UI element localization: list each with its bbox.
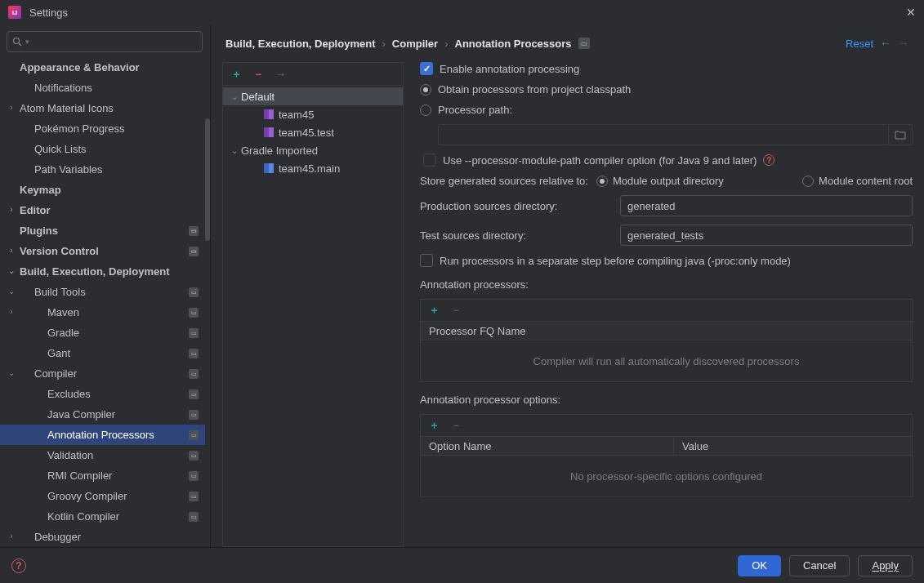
opt-add-button[interactable]: ＋ bbox=[429, 418, 440, 433]
sidebar-item-label: Maven bbox=[47, 306, 79, 318]
project-scope-icon: ▭ bbox=[189, 410, 199, 420]
chevron-icon: ⌄ bbox=[231, 92, 241, 101]
help-icon[interactable]: ? bbox=[763, 154, 774, 166]
sidebar-item[interactable]: Kotlin Compiler▭ bbox=[0, 506, 205, 527]
sidebar-item[interactable]: ›Debugger bbox=[0, 527, 205, 547]
sidebar-item[interactable]: ›Editor bbox=[0, 200, 205, 220]
help-button[interactable]: ? bbox=[11, 559, 26, 573]
profile-tree[interactable]: ⌄Defaultteam45team45.test⌄Gradle Importe… bbox=[223, 86, 403, 546]
project-scope-icon: ▭ bbox=[189, 349, 199, 358]
sidebar-item-label: Excludes bbox=[47, 388, 91, 400]
sidebar-item[interactable]: ›Version Control▭ bbox=[0, 241, 205, 261]
profile-item[interactable]: ⌄Default bbox=[223, 87, 403, 105]
module-path-label: Use --processor-module-path compiler opt… bbox=[443, 154, 757, 167]
search-chevron-icon: ▾ bbox=[25, 38, 29, 46]
project-scope-icon: ▭ bbox=[189, 226, 199, 236]
processor-path-input[interactable] bbox=[438, 124, 888, 145]
sidebar-item-label: Annotation Processors bbox=[47, 429, 154, 441]
back-icon[interactable]: ← bbox=[880, 37, 891, 50]
sidebar-item[interactable]: ›Atom Material Icons bbox=[0, 98, 205, 118]
profile-item-label: Gradle Imported bbox=[241, 145, 318, 157]
processor-path-radio[interactable] bbox=[420, 105, 431, 116]
project-scope-icon: ▭ bbox=[189, 247, 199, 256]
settings-content: Build, Execution, Deployment › Compiler … bbox=[211, 24, 924, 547]
sidebar-item[interactable]: Annotation Processors▭ bbox=[0, 425, 205, 445]
sidebar-item-label: Editor bbox=[20, 204, 51, 216]
profile-item-label: team45.test bbox=[279, 127, 334, 139]
sidebar-item[interactable]: Gradle▭ bbox=[0, 323, 205, 343]
sidebar-item-label: Keymap bbox=[20, 184, 61, 196]
sidebar-item[interactable]: Quick Lists bbox=[0, 139, 205, 159]
chevron-icon: › bbox=[7, 307, 16, 316]
project-scope-icon: ▭ bbox=[578, 38, 590, 49]
window-title: Settings bbox=[29, 7, 68, 19]
crumb-current: Annotation Processors bbox=[455, 38, 572, 50]
test-dir-input[interactable] bbox=[620, 225, 913, 246]
module-icon bbox=[264, 163, 274, 173]
sidebar-item[interactable]: Plugins▭ bbox=[0, 220, 205, 241]
sidebar-item[interactable]: Excludes▭ bbox=[0, 384, 205, 404]
sidebar-item-label: Debugger bbox=[34, 531, 81, 543]
breadcrumb: Build, Execution, Deployment › Compiler … bbox=[211, 24, 924, 62]
sidebar-item[interactable]: Appearance & Behavior bbox=[0, 57, 205, 78]
sidebar-item[interactable]: Java Compiler▭ bbox=[0, 404, 205, 425]
sidebar-item-label: Notifications bbox=[34, 82, 92, 94]
sidebar-item-label: Appearance & Behavior bbox=[20, 61, 140, 73]
ok-button[interactable]: OK bbox=[738, 555, 781, 576]
settings-sidebar: ▾ Appearance & BehaviorNotifications›Ato… bbox=[0, 24, 211, 547]
close-icon[interactable]: ✕ bbox=[906, 6, 916, 19]
chevron-icon: ⌄ bbox=[7, 368, 16, 377]
project-scope-icon: ▭ bbox=[189, 308, 199, 318]
remove-profile-button[interactable]: － bbox=[253, 67, 264, 82]
chevron-icon: › bbox=[7, 205, 16, 214]
add-profile-button[interactable]: ＋ bbox=[231, 67, 242, 82]
apply-button[interactable]: Apply bbox=[858, 555, 913, 576]
move-profile-button[interactable]: → bbox=[275, 68, 286, 80]
sidebar-item[interactable]: Groovy Compiler▭ bbox=[0, 486, 205, 506]
opt-col1: Option Name bbox=[429, 437, 674, 455]
sidebar-item[interactable]: ⌄Build Tools▭ bbox=[0, 282, 205, 302]
profile-item[interactable]: team45.main bbox=[223, 159, 403, 177]
search-input[interactable]: ▾ bbox=[7, 31, 203, 52]
project-scope-icon: ▭ bbox=[189, 389, 199, 399]
profile-item[interactable]: ⌄Gradle Imported bbox=[223, 141, 403, 159]
sidebar-item[interactable]: Validation▭ bbox=[0, 445, 205, 465]
sidebar-item[interactable]: ⌄Build, Execution, Deployment bbox=[0, 261, 205, 282]
crumb-sep-icon: › bbox=[444, 38, 448, 50]
prod-dir-input[interactable] bbox=[620, 195, 913, 216]
cancel-button[interactable]: Cancel bbox=[789, 555, 850, 576]
enable-checkbox[interactable] bbox=[420, 62, 433, 75]
test-dir-label: Test sources directory: bbox=[420, 229, 604, 242]
browse-path-button[interactable] bbox=[888, 124, 913, 145]
sidebar-item-label: Quick Lists bbox=[34, 143, 87, 155]
ap-add-button[interactable]: ＋ bbox=[429, 303, 440, 318]
obtain-classpath-radio[interactable] bbox=[420, 84, 431, 96]
profile-item[interactable]: team45.test bbox=[223, 123, 403, 141]
ap-header: Processor FQ Name bbox=[429, 322, 904, 340]
forward-icon: → bbox=[898, 37, 909, 50]
settings-tree[interactable]: Appearance & BehaviorNotifications›Atom … bbox=[0, 57, 210, 547]
project-scope-icon: ▭ bbox=[189, 287, 199, 297]
profile-item-label: Default bbox=[241, 91, 275, 103]
search-icon bbox=[12, 37, 22, 47]
reset-link[interactable]: Reset bbox=[846, 38, 873, 50]
separate-step-checkbox[interactable] bbox=[420, 254, 433, 267]
sidebar-item[interactable]: RMI Compiler▭ bbox=[0, 465, 205, 486]
sidebar-item[interactable]: Notifications bbox=[0, 78, 205, 98]
scrollbar-thumb[interactable] bbox=[205, 118, 210, 241]
sidebar-item[interactable]: ⌄Compiler▭ bbox=[0, 363, 205, 384]
annotation-form: Enable annotation processing Obtain proc… bbox=[420, 62, 913, 547]
store-content-radio[interactable] bbox=[802, 176, 814, 187]
store-output-radio[interactable] bbox=[596, 176, 608, 187]
crumb-2[interactable]: Compiler bbox=[392, 38, 438, 50]
profile-item-label: team45 bbox=[279, 109, 314, 121]
crumb-1[interactable]: Build, Execution, Deployment bbox=[225, 38, 375, 50]
sidebar-item[interactable]: Keymap bbox=[0, 180, 205, 200]
ap-remove-button: － bbox=[451, 303, 462, 318]
sidebar-item[interactable]: Gant▭ bbox=[0, 343, 205, 363]
sidebar-item[interactable]: Pokémon Progress bbox=[0, 118, 205, 139]
sidebar-item[interactable]: ›Maven▭ bbox=[0, 302, 205, 323]
sidebar-item[interactable]: Path Variables bbox=[0, 159, 205, 180]
profile-item[interactable]: team45 bbox=[223, 105, 403, 123]
sidebar-item-label: Build Tools bbox=[34, 286, 86, 298]
